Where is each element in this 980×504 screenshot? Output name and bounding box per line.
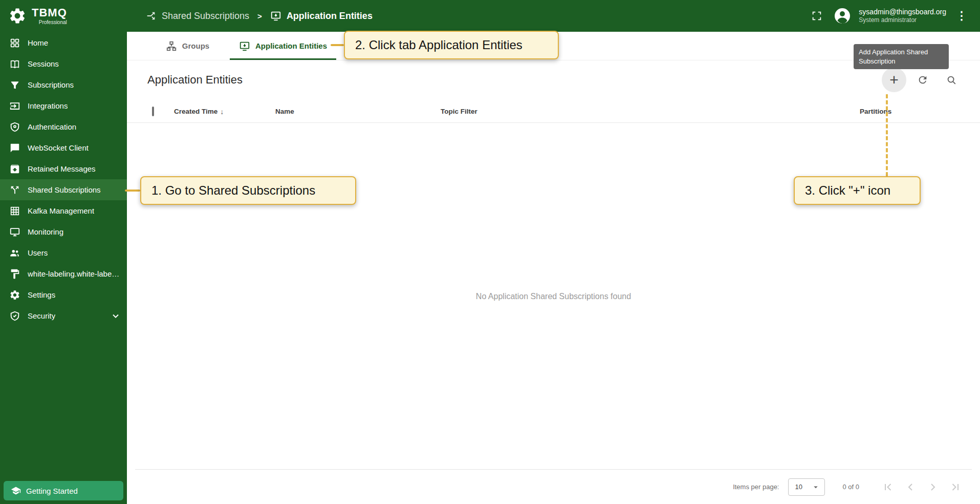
- sidebar-item-white-labeling[interactable]: white-labeling.white-labeli…: [0, 263, 127, 284]
- home-icon: [9, 37, 20, 49]
- logo-title: TBMQ: [32, 7, 67, 18]
- sidebar-item-label: Kafka Management: [28, 206, 94, 215]
- annotation-step3: 3. Click "+" icon: [794, 176, 921, 205]
- column-partitions[interactable]: Partitions: [860, 108, 980, 115]
- tab-application-entities-label: Application Entities: [255, 41, 327, 50]
- select-all-checkbox[interactable]: [152, 107, 154, 116]
- page-size-value: 10: [795, 483, 802, 491]
- sidebar-item-label: Security: [28, 311, 55, 320]
- breadcrumb-current: Application Entities: [270, 10, 373, 22]
- paginator-range: 0 of 0: [842, 483, 859, 491]
- sidebar-item-label: Monitoring: [28, 227, 63, 236]
- sidebar-item-shared-subscriptions[interactable]: Shared Subscriptions: [0, 179, 127, 200]
- getting-started-button[interactable]: Getting Started: [4, 481, 123, 500]
- first-page-icon[interactable]: [877, 476, 899, 498]
- application-entities-icon: [239, 40, 250, 52]
- sidebar-item-label: Subscriptions: [28, 80, 74, 89]
- security-shield-icon: [9, 310, 20, 322]
- sidebar: TBMQ Professional Home Sessions Subscrip…: [0, 0, 127, 504]
- sidebar-item-monitoring[interactable]: Monitoring: [0, 221, 127, 242]
- shared-subscriptions-split-icon: [9, 184, 20, 196]
- sidebar-item-label: Home: [28, 38, 48, 47]
- sidebar-item-retained-messages[interactable]: Retained Messages: [0, 158, 127, 179]
- sidebar-item-label: Sessions: [28, 59, 59, 68]
- select-all-cell: [152, 108, 174, 115]
- authentication-shield-icon: [9, 121, 20, 133]
- column-name[interactable]: Name: [275, 108, 441, 115]
- previous-page-icon[interactable]: [899, 476, 922, 498]
- users-icon: [9, 247, 20, 259]
- subscriptions-filter-icon: [9, 79, 20, 91]
- breadcrumb: Shared Subscriptions > Application Entit…: [145, 10, 373, 22]
- annotation-connector-step2: [331, 44, 344, 46]
- user-avatar[interactable]: [833, 7, 852, 25]
- column-topic-filter[interactable]: Topic Filter: [441, 108, 860, 115]
- tab-groups-label: Groups: [182, 41, 209, 50]
- chevron-down-icon: [811, 482, 820, 492]
- getting-started-label: Getting Started: [26, 487, 78, 495]
- websocket-chat-icon: [9, 142, 20, 154]
- sidebar-item-kafka-management[interactable]: Kafka Management: [0, 200, 127, 221]
- sidebar-item-home[interactable]: Home: [0, 32, 127, 53]
- annotation-connector-step1: [125, 190, 140, 192]
- sidebar-item-integrations[interactable]: Integrations: [0, 95, 127, 116]
- sidebar-item-users[interactable]: Users: [0, 242, 127, 263]
- school-cap-icon: [11, 486, 21, 496]
- table-actions: +: [882, 68, 964, 92]
- refresh-button[interactable]: [910, 68, 935, 92]
- fullscreen-icon[interactable]: [808, 7, 826, 25]
- empty-table-message: No Application Shared Subscriptions foun…: [127, 292, 980, 301]
- chevron-down-icon: [111, 311, 121, 321]
- more-vert-icon[interactable]: ⋮: [955, 9, 968, 23]
- tbmq-logo-icon: [8, 7, 27, 25]
- refresh-icon: [917, 74, 928, 86]
- sidebar-item-authentication[interactable]: Authentication: [0, 116, 127, 137]
- app-logo[interactable]: TBMQ Professional: [0, 0, 127, 32]
- add-button-tooltip: Add Application Shared Subscription: [854, 44, 949, 69]
- next-page-icon[interactable]: [922, 476, 944, 498]
- sort-desc-icon: ↓: [220, 108, 224, 116]
- plus-icon: +: [889, 72, 899, 88]
- breadcrumb-parent[interactable]: Shared Subscriptions: [145, 10, 249, 22]
- user-role: System administrator: [859, 16, 946, 25]
- integrations-icon: [9, 100, 20, 112]
- user-email: sysadmin@thingsboard.org: [859, 7, 946, 16]
- sidebar-item-subscriptions[interactable]: Subscriptions: [0, 74, 127, 95]
- kafka-grid-icon: [9, 205, 20, 217]
- annotation-connector-step3: [886, 94, 888, 176]
- breadcrumb-separator: >: [257, 12, 262, 20]
- sessions-icon: [9, 58, 20, 70]
- user-info: sysadmin@thingsboard.org System administ…: [859, 7, 946, 25]
- groups-tree-icon: [166, 40, 177, 52]
- annotation-step1: 1. Go to Shared Subscriptions: [140, 176, 356, 205]
- sidebar-item-label: Integrations: [28, 101, 68, 110]
- page-size-select[interactable]: 10: [788, 478, 825, 496]
- breadcrumb-parent-label: Shared Subscriptions: [162, 11, 249, 22]
- annotation-step2: 2. Click tab Application Entities: [344, 31, 559, 59]
- sidebar-item-settings[interactable]: Settings: [0, 284, 127, 305]
- sidebar-item-security[interactable]: Security: [0, 305, 127, 326]
- sidebar-item-label: white-labeling.white-labeli…: [28, 269, 121, 278]
- table-paginator: Items per page: 10 0 of 0: [135, 469, 972, 504]
- add-entity-button[interactable]: +: [882, 68, 906, 92]
- column-created-time[interactable]: Created Time ↓: [174, 108, 275, 116]
- items-per-page-label: Items per page:: [733, 483, 779, 491]
- search-button[interactable]: [939, 68, 964, 92]
- sidebar-item-label: Authentication: [28, 122, 76, 131]
- retained-messages-archive-icon: [9, 163, 20, 175]
- tab-groups[interactable]: Groups: [145, 32, 230, 60]
- sidebar-item-label: Retained Messages: [28, 164, 96, 173]
- content-title-row: Application Entities +: [127, 60, 980, 99]
- application-entities-icon: [270, 10, 281, 22]
- sidebar-item-sessions[interactable]: Sessions: [0, 53, 127, 74]
- table-header-row: Created Time ↓ Name Topic Filter Partiti…: [127, 100, 980, 123]
- sidebar-item-label: Shared Subscriptions: [28, 185, 101, 194]
- tab-application-entities[interactable]: Application Entities: [230, 32, 336, 60]
- sidebar-nav: Home Sessions Subscriptions Integrations: [0, 32, 127, 326]
- sidebar-item-label: WebSocket Client: [28, 143, 89, 152]
- breadcrumb-current-label: Application Entities: [287, 11, 373, 22]
- sidebar-item-label: Users: [28, 248, 48, 257]
- last-page-icon[interactable]: [944, 476, 967, 498]
- sidebar-item-websocket-client[interactable]: WebSocket Client: [0, 137, 127, 158]
- page-title: Application Entities: [147, 73, 243, 87]
